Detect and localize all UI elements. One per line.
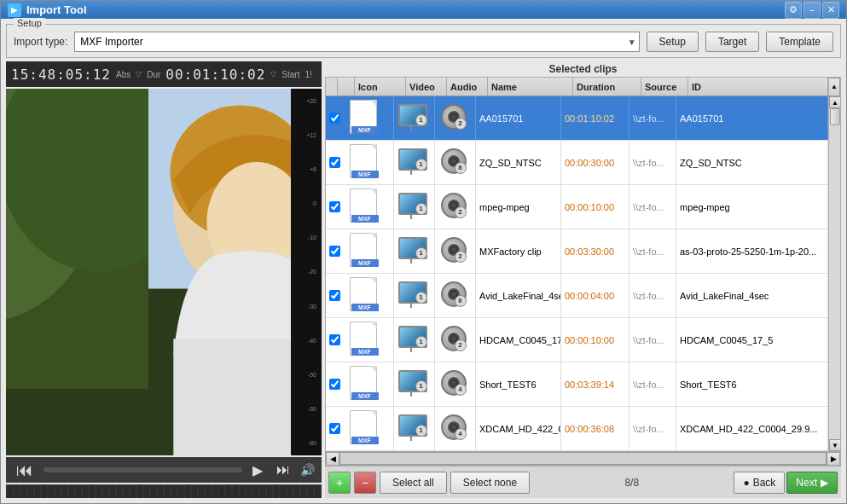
scroll-up-button[interactable]: ▲ (829, 96, 840, 108)
row-audio-cell: 4 (435, 407, 476, 450)
scroll-up-arrow[interactable]: ▲ (828, 78, 840, 96)
row-name-cell: mpeg-mpeg (476, 185, 561, 229)
th-name[interactable]: Name (488, 78, 573, 96)
timecode-arrow-icon: ▽ (136, 70, 142, 78)
row-name-cell: MXFactory clip (476, 229, 561, 273)
row-icon-cell: MXF (343, 362, 394, 406)
monitor-screen: 1 (398, 104, 427, 126)
video-badge: 1 (415, 425, 427, 437)
row-video-cell: 1 (394, 274, 435, 317)
row-checkbox-cell (326, 290, 343, 301)
settings-icon[interactable]: ⚙ (785, 2, 802, 19)
select-none-button[interactable]: Select none (450, 472, 530, 494)
mxf-icon: MXF (350, 366, 387, 403)
row-video-cell: 1 (394, 318, 435, 362)
th-icon[interactable]: Icon (355, 78, 406, 96)
th-source[interactable]: Source (641, 78, 688, 96)
row-checkbox-cell (326, 113, 343, 124)
row-video-cell: 1 (394, 185, 435, 229)
monitor-screen: 1 (398, 148, 427, 171)
video-badge: 1 (415, 203, 427, 215)
scroll-track[interactable] (829, 108, 840, 439)
vertical-scrollbar[interactable]: ▲ ▼ (828, 96, 840, 451)
audio-badge: 2 (455, 339, 467, 351)
audio-badge: 8 (455, 162, 467, 174)
table-row: MXF 1 2 AA01570100:01:10:02\\zt-fo...AA0… (326, 96, 828, 141)
monitor-stand (410, 304, 412, 308)
row-checkbox[interactable] (329, 379, 340, 390)
monitor-icon: 1 (398, 104, 431, 133)
row-id-cell: Short_TEST6 (676, 362, 828, 406)
row-checkbox[interactable] (329, 246, 340, 257)
row-video-cell: 1 (394, 362, 435, 406)
mxf-label: MXF (351, 304, 379, 311)
th-audio[interactable]: Audio (447, 78, 488, 96)
video-preview (6, 89, 291, 455)
table-row: MXF 1 2 MXFactory clip00:03:30:00\\zt-fo… (326, 229, 828, 274)
th-id[interactable]: ID (688, 78, 828, 96)
row-duration-cell: 00:01:10:02 (561, 96, 629, 140)
add-clip-button[interactable]: + (328, 472, 351, 494)
video-badge: 1 (415, 292, 427, 304)
row-checkbox[interactable] (329, 334, 340, 345)
play-button[interactable]: ▶ (249, 461, 266, 480)
setup-button[interactable]: Setup (647, 32, 699, 52)
audio-badge: 8 (455, 295, 467, 307)
audio-badge: 2 (455, 118, 467, 130)
row-source-cell: \\zt-fo... (629, 185, 676, 229)
row-checkbox-cell (326, 379, 343, 390)
h-scroll-right-button[interactable]: ▶ (827, 452, 840, 466)
th-video[interactable]: Video (406, 78, 447, 96)
row-icon-cell: MXF (343, 318, 394, 362)
close-button[interactable]: ✕ (822, 2, 839, 19)
monitor-screen: 1 (398, 414, 427, 437)
video-badge: 1 (415, 114, 427, 126)
row-checkbox[interactable] (329, 290, 340, 301)
monitor-stand (410, 437, 412, 441)
h-scroll-track[interactable] (339, 452, 827, 465)
start-label: Start (281, 70, 299, 79)
row-checkbox[interactable] (329, 201, 340, 212)
monitor-screen: 1 (398, 370, 427, 392)
minimize-button[interactable]: − (803, 2, 821, 19)
setup-group: Setup Import type: MXF Importer ▼ Setup … (6, 24, 841, 58)
import-type-select[interactable]: MXF Importer (74, 32, 639, 52)
monitor-stand (410, 392, 412, 397)
h-scroll-left-button[interactable]: ◀ (326, 452, 339, 466)
skip-to-start-button[interactable]: ⏮ (13, 459, 37, 482)
row-video-cell: 1 (394, 407, 435, 450)
target-button[interactable]: Target (705, 32, 759, 52)
th-check (338, 78, 355, 96)
scroll-indicator (326, 78, 338, 96)
back-button[interactable]: ● Back (734, 472, 785, 494)
main-window: ▶ Import Tool ⚙ − ✕ Setup Import type: M… (0, 0, 847, 504)
next-arrow-icon: ▶ (821, 477, 828, 489)
speaker-icon: 2 (441, 237, 470, 266)
video-preview-image (6, 89, 291, 455)
row-checkbox-cell (326, 157, 343, 168)
monitor-screen: 1 (398, 193, 427, 215)
progress-bar[interactable] (44, 467, 242, 472)
template-button[interactable]: Template (766, 32, 833, 52)
table-row: MXF 1 8 ZQ_SD_NTSC00:00:30:00\\zt-fo...Z… (326, 141, 828, 185)
next-button[interactable]: Next ▶ (786, 472, 838, 494)
row-checkbox[interactable] (329, 423, 340, 434)
scroll-down-button[interactable]: ▼ (829, 439, 840, 451)
duration-display: 00:01:10:02 (165, 67, 265, 83)
row-checkbox-cell (326, 201, 343, 212)
audio-badge: 4 (455, 384, 467, 396)
step-forward-button[interactable]: ⏭ (273, 461, 293, 479)
speaker-body: 2 (441, 104, 467, 130)
right-panel: Selected clips Icon Video Audio Name Dur… (325, 61, 841, 498)
horizontal-scrollbar[interactable]: ◀ ▶ (326, 451, 840, 465)
th-duration[interactable]: Duration (573, 78, 641, 96)
scroll-thumb[interactable] (830, 108, 840, 125)
start-value: 1! (305, 70, 311, 79)
row-checkbox[interactable] (329, 157, 340, 168)
scrub-bar[interactable] (6, 484, 322, 498)
window-controls: ⚙ − ✕ (785, 2, 839, 19)
row-duration-cell: 00:03:39:14 (561, 362, 629, 406)
remove-clip-button[interactable]: − (354, 472, 376, 494)
row-checkbox[interactable] (329, 113, 340, 124)
select-all-button[interactable]: Select all (380, 472, 447, 494)
